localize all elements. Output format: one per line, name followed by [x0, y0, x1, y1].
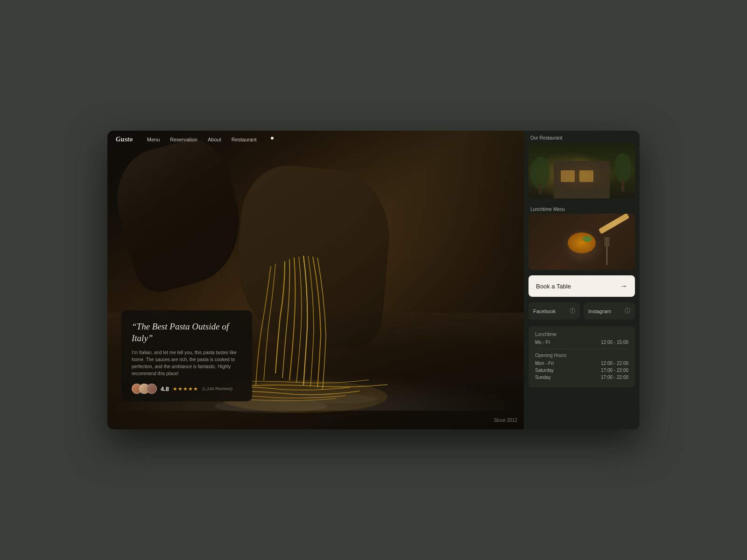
mon-fri-row: Mon - Fri 12:00 - 22:00 — [535, 361, 628, 366]
quote-footer: 4.8 ★★★★★ (1,240 Reviews) — [132, 384, 242, 394]
exterior-svg — [529, 142, 635, 198]
saturday-label: Saturday — [535, 368, 554, 373]
saturday-time: 17:00 - 22:00 — [601, 368, 628, 373]
nav-indicator — [271, 137, 274, 140]
mon-fri-label: Mon - Fri — [535, 361, 554, 366]
hours-section: Lunchtime Mo - Fr 12:00 - 15:00 Opening … — [529, 326, 635, 387]
star-rating: ★★★★★ — [173, 386, 198, 392]
instagram-icon: ⓘ — [625, 307, 630, 315]
lunchtime-time: 12:00 - 15:00 — [601, 340, 628, 345]
instagram-button[interactable]: Instagram ⓘ — [584, 302, 635, 320]
main-layout: Gusto Menu Reservation About Restaurant — [107, 131, 640, 429]
hand-left — [107, 132, 254, 297]
book-table-button[interactable]: Book a Table → — [529, 275, 635, 297]
svg-rect-4 — [529, 142, 635, 198]
quote-card: “The Best Pasta Outside of Italy” I'm It… — [121, 310, 252, 401]
lunchtime-hours-row: Mo - Fr 12:00 - 15:00 — [535, 340, 628, 345]
svg-rect-8 — [529, 214, 635, 270]
nav-about[interactable]: About — [208, 137, 221, 142]
since-badge: Since 2012 — [494, 418, 517, 423]
navigation: Gusto Menu Reservation About Restaurant — [107, 131, 524, 148]
sunday-time: 17:00 - 22:00 — [601, 375, 628, 380]
sunday-label: Sunday — [535, 375, 551, 380]
opening-hours-label: Opening Hours — [535, 353, 628, 358]
browser-window: Gusto Menu Reservation About Restaurant — [107, 131, 640, 429]
instagram-label: Instagram — [588, 308, 611, 314]
dish-svg — [529, 214, 635, 270]
lunchtime-days: Mo - Fr — [535, 340, 550, 345]
pasta-dish-scene — [529, 214, 635, 270]
reviewer-avatars — [132, 384, 157, 394]
hero-section: Gusto Menu Reservation About Restaurant — [107, 131, 524, 429]
saturday-row: Saturday 17:00 - 22:00 — [535, 368, 628, 373]
restaurant-section-label: Our Restaurant — [524, 131, 640, 142]
lunchtime-section-label: Lunchtime Menu — [524, 202, 640, 214]
hours-divider — [535, 349, 628, 349]
nav-reservation[interactable]: Reservation — [170, 137, 197, 142]
lunchtime-hours-label: Lunchtime — [535, 332, 628, 337]
nav-links: Menu Reservation About Restaurant — [147, 137, 274, 142]
book-table-arrow-icon: → — [620, 282, 627, 290]
facebook-label: Facebook — [533, 308, 556, 314]
review-count: (1,240 Reviews) — [202, 386, 233, 391]
nav-restaurant[interactable]: Restaurant — [232, 137, 257, 142]
lunchtime-image-card[interactable] — [529, 214, 635, 270]
logo[interactable]: Gusto — [116, 136, 133, 143]
mon-fri-time: 12:00 - 22:00 — [601, 361, 628, 366]
facebook-button[interactable]: Facebook ⓕ — [529, 302, 580, 320]
avatar-3 — [147, 384, 157, 394]
sidebar: Our Restaurant — [524, 131, 640, 429]
facebook-icon: ⓕ — [570, 307, 575, 315]
restaurant-image-card[interactable] — [529, 142, 635, 198]
nav-menu[interactable]: Menu — [147, 137, 160, 142]
quote-text: “The Best Pasta Outside of Italy” — [132, 321, 242, 344]
rating-score: 4.8 — [161, 385, 169, 392]
restaurant-exterior — [529, 142, 635, 198]
book-table-label: Book a Table — [536, 283, 571, 290]
social-row: Facebook ⓕ Instagram ⓘ — [529, 302, 635, 320]
sunday-row: Sunday 17:00 - 22:00 — [535, 375, 628, 380]
quote-body: I'm Italian, and let me tell you, this p… — [132, 349, 242, 377]
